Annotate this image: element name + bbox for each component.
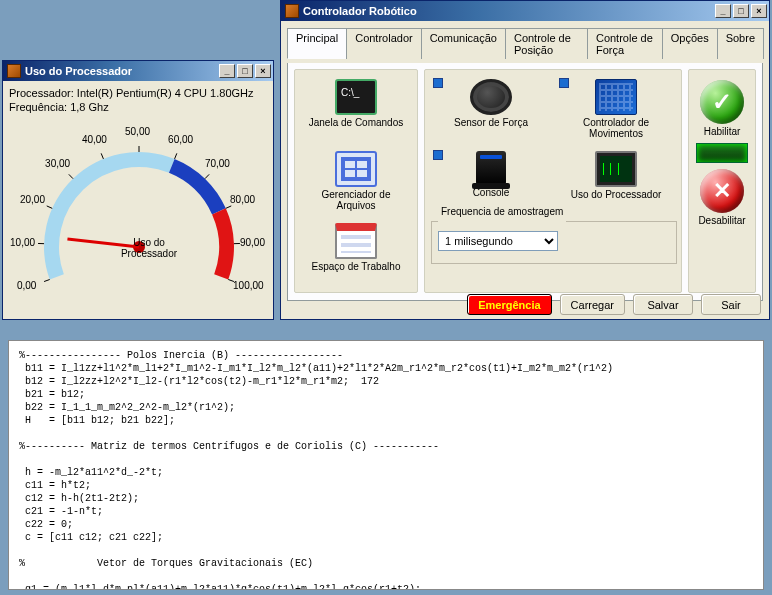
tab-controlador[interactable]: Controlador	[346, 28, 421, 59]
motion-controller-button[interactable]: Controlador de Movimentos	[555, 76, 677, 144]
force-sensor-button[interactable]: Sensor de Força	[431, 76, 551, 144]
enable-label: Habilitar	[691, 126, 753, 137]
disable-button[interactable]	[700, 169, 744, 213]
motion-controller-label: Controlador de Movimentos	[556, 117, 676, 139]
minimize-button[interactable]: _	[715, 4, 731, 18]
command-window-button[interactable]: Janela de Comandos	[301, 76, 411, 144]
gauge-tick-label: 70,00	[205, 158, 230, 169]
cpu-window-title: Uso do Processador	[25, 65, 219, 77]
monitor-icon	[595, 151, 637, 187]
disable-label: Desabilitar	[691, 215, 753, 226]
processor-info: Processador: Intel(R) Pentium(R) 4 CPU 1…	[9, 87, 267, 99]
exit-button[interactable]: Sair	[701, 294, 761, 315]
tools-group: Janela de Comandos Gerenciador de Arquiv…	[294, 69, 418, 293]
svg-line-6	[175, 153, 177, 159]
sampling-frequency-group: Frequencia de amostragem 1 milisegundo	[431, 216, 677, 264]
svg-line-8	[226, 206, 231, 208]
svg-line-0	[44, 279, 50, 281]
tab-principal[interactable]: Principal	[287, 28, 347, 59]
gauge-tick-label: 80,00	[230, 194, 255, 205]
tab-sobre[interactable]: Sobre	[717, 28, 764, 59]
sampling-frequency-title: Frequencia de amostragem	[438, 206, 566, 217]
enable-group: Habilitar Desabilitar	[688, 69, 756, 293]
save-button[interactable]: Salvar	[633, 294, 693, 315]
app-icon	[7, 64, 21, 78]
workspace-button[interactable]: Espaço de Trabalho	[301, 220, 411, 288]
code-output-panel[interactable]: %---------------- Polos Inercia (B) ----…	[8, 340, 764, 590]
gauge-tick-label: 0,00	[17, 280, 36, 291]
gauge-tick-label: 30,00	[45, 158, 70, 169]
bottom-toolbar: Emergência Carregar Salvar Sair	[281, 290, 769, 315]
command-window-label: Janela de Comandos	[302, 117, 410, 128]
workspace-icon	[335, 223, 377, 259]
console-icon	[476, 151, 506, 185]
controller-window-title: Controlador Robótico	[303, 5, 715, 17]
file-manager-label: Gerenciador de Arquivos	[302, 189, 410, 211]
gauge-tick-label: 60,00	[168, 134, 193, 145]
enable-button[interactable]	[700, 80, 744, 124]
load-button[interactable]: Carregar	[560, 294, 625, 315]
workspace-label: Espaço de Trabalho	[302, 261, 410, 272]
board-icon	[595, 79, 637, 115]
app-icon	[285, 4, 299, 18]
gauge-tick-label: 40,00	[82, 134, 107, 145]
cpu-usage-button[interactable]: Uso do Processador	[555, 148, 677, 216]
status-led	[696, 143, 748, 163]
cpu-window-titlebar[interactable]: Uso do Processador _ □ ×	[3, 61, 273, 81]
gauge-tick-label: 100,00	[233, 280, 264, 291]
cpu-gauge: 0,0010,0020,0030,0040,0050,0060,0070,008…	[9, 117, 269, 307]
file-manager-button[interactable]: Gerenciador de Arquivos	[301, 148, 411, 216]
svg-line-3	[69, 174, 73, 178]
cpu-usage-window: Uso do Processador _ □ × Processador: In…	[2, 60, 274, 320]
force-sensor-icon	[470, 79, 512, 115]
tab-strip: PrincipalControladorComunicaçãoControle …	[287, 27, 763, 59]
svg-line-4	[101, 153, 103, 159]
gauge-label: Uso do Processador	[109, 237, 189, 259]
close-button[interactable]: ×	[255, 64, 271, 78]
gauge-tick-label: 20,00	[20, 194, 45, 205]
controller-titlebar[interactable]: Controlador Robótico _ □ ×	[281, 1, 769, 21]
minimize-button[interactable]: _	[219, 64, 235, 78]
controller-window: Controlador Robótico _ □ × PrincipalCont…	[280, 0, 770, 320]
tab-op-es[interactable]: Opções	[662, 28, 718, 59]
terminal-icon	[335, 79, 377, 115]
tab-controle-de-posi-o[interactable]: Controle de Posição	[505, 28, 588, 59]
devices-group: Sensor de Força Controlador de Movimento…	[424, 69, 682, 293]
cpu-usage-label: Uso do Processador	[556, 189, 676, 200]
files-icon	[335, 151, 377, 187]
force-sensor-label: Sensor de Força	[432, 117, 550, 128]
tab-principal-body: Janela de Comandos Gerenciador de Arquiv…	[287, 63, 763, 301]
frequency-info: Frequência: 1,8 Ghz	[9, 101, 267, 113]
svg-line-7	[205, 174, 209, 178]
gauge-tick-label: 90,00	[240, 237, 265, 248]
tab-controle-de-for-a[interactable]: Controle de Força	[587, 28, 663, 59]
maximize-button[interactable]: □	[237, 64, 253, 78]
tab-comunica-o[interactable]: Comunicação	[421, 28, 506, 59]
gauge-tick-label: 50,00	[125, 126, 150, 137]
close-button[interactable]: ×	[751, 4, 767, 18]
gauge-tick-label: 10,00	[10, 237, 35, 248]
svg-line-2	[47, 206, 52, 208]
emergency-button[interactable]: Emergência	[467, 294, 551, 315]
sampling-frequency-select[interactable]: 1 milisegundo	[438, 231, 558, 251]
maximize-button[interactable]: □	[733, 4, 749, 18]
